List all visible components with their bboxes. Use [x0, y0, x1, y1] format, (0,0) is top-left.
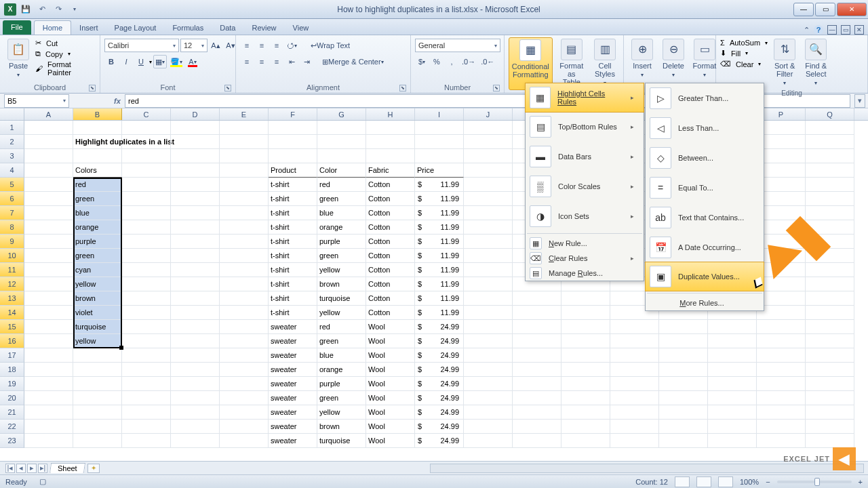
cell[interactable]: [171, 135, 220, 149]
cell[interactable]: [464, 334, 513, 348]
tab-data[interactable]: Data: [212, 21, 243, 35]
align-bottom-icon[interactable]: ≡: [270, 39, 283, 52]
cell[interactable]: [122, 291, 171, 306]
cell[interactable]: [708, 420, 757, 434]
cell[interactable]: Cotton: [366, 263, 415, 277]
column-header-Q[interactable]: Q: [806, 108, 854, 120]
sheet-tab[interactable]: Sheet: [50, 463, 85, 473]
cell[interactable]: [24, 277, 73, 291]
cell[interactable]: [513, 334, 561, 348]
cell[interactable]: [464, 291, 513, 306]
cell[interactable]: Cotton: [366, 220, 415, 235]
doc-restore-button[interactable]: ▭: [841, 25, 850, 35]
cell[interactable]: Wool: [366, 363, 415, 377]
cell[interactable]: 11.99: [415, 263, 464, 277]
menu-item[interactable]: ◇Between...: [646, 143, 764, 173]
cell[interactable]: [513, 306, 561, 320]
cell[interactable]: [220, 249, 269, 263]
cell[interactable]: [708, 377, 757, 391]
cell[interactable]: green: [73, 192, 122, 206]
cell[interactable]: Wool: [366, 334, 415, 348]
clipboard-launcher[interactable]: ⬊: [89, 85, 96, 92]
cell[interactable]: sweater: [269, 420, 317, 434]
fx-icon[interactable]: fx: [110, 97, 125, 105]
cell[interactable]: [220, 235, 269, 249]
cell[interactable]: [73, 149, 122, 163]
cell[interactable]: [24, 405, 73, 420]
cell[interactable]: 24.99: [415, 405, 464, 420]
cell[interactable]: turquoise: [317, 291, 366, 306]
cell[interactable]: [659, 420, 708, 434]
tab-review[interactable]: Review: [243, 21, 284, 35]
cell[interactable]: [757, 334, 806, 348]
cell[interactable]: [171, 391, 220, 405]
cell[interactable]: [220, 391, 269, 405]
cell[interactable]: [122, 348, 171, 363]
cell[interactable]: [171, 405, 220, 420]
cell[interactable]: t-shirt: [269, 178, 317, 192]
cell[interactable]: [464, 420, 513, 434]
align-top-icon[interactable]: ≡: [240, 39, 254, 52]
align-middle-icon[interactable]: ≡: [255, 39, 269, 52]
macro-record-icon[interactable]: ▢: [39, 477, 46, 486]
cell[interactable]: [171, 235, 220, 249]
view-layout-button[interactable]: [696, 476, 711, 487]
cell[interactable]: [122, 192, 171, 206]
cell[interactable]: [220, 277, 269, 291]
menu-clear-rules[interactable]: ⌫Clear Rules▸: [526, 251, 644, 266]
cell[interactable]: [659, 405, 708, 420]
cell[interactable]: [220, 263, 269, 277]
comma-icon[interactable]: ,: [445, 55, 458, 68]
cell[interactable]: 11.99: [415, 249, 464, 263]
cell[interactable]: 24.99: [415, 434, 464, 448]
cell[interactable]: [122, 434, 171, 448]
cell[interactable]: Cotton: [366, 178, 415, 192]
cell[interactable]: [610, 405, 659, 420]
cell[interactable]: [171, 320, 220, 334]
cell[interactable]: [610, 334, 659, 348]
zoom-level[interactable]: 100%: [740, 478, 759, 486]
cell[interactable]: [806, 235, 854, 249]
cell[interactable]: [464, 320, 513, 334]
column-header-D[interactable]: D: [171, 108, 220, 120]
row-header[interactable]: 3: [0, 149, 24, 163]
cell[interactable]: [220, 320, 269, 334]
cell[interactable]: [757, 377, 806, 391]
font-launcher[interactable]: ⬊: [224, 85, 231, 92]
cell[interactable]: [24, 391, 73, 405]
save-icon[interactable]: 💾: [19, 3, 33, 16]
cell[interactable]: [122, 320, 171, 334]
cell[interactable]: yellow: [73, 277, 122, 291]
bold-button[interactable]: B: [104, 55, 118, 68]
undo-icon[interactable]: ↶: [35, 3, 49, 16]
cell[interactable]: [806, 320, 854, 334]
cell[interactable]: [73, 391, 122, 405]
row-header[interactable]: 11: [0, 263, 24, 277]
cell[interactable]: [171, 249, 220, 263]
font-size-combo[interactable]: 12▾: [180, 39, 208, 52]
cell[interactable]: [171, 149, 220, 163]
cell[interactable]: yellow: [317, 306, 366, 320]
cell[interactable]: blue: [317, 348, 366, 363]
cell[interactable]: 24.99: [415, 348, 464, 363]
cell[interactable]: [513, 348, 561, 363]
cell[interactable]: [561, 434, 610, 448]
cell[interactable]: [757, 434, 806, 448]
cell[interactable]: Colors: [73, 163, 122, 178]
row-header[interactable]: 2: [0, 135, 24, 149]
wrap-text-button[interactable]: ↩ Wrap Text: [309, 39, 352, 52]
cell[interactable]: [464, 249, 513, 263]
cell[interactable]: [171, 420, 220, 434]
cell[interactable]: [806, 334, 854, 348]
cell[interactable]: [220, 149, 269, 163]
tab-file[interactable]: File: [3, 20, 31, 35]
cell[interactable]: [513, 391, 561, 405]
cell[interactable]: [806, 220, 854, 235]
cell[interactable]: t-shirt: [269, 277, 317, 291]
cell[interactable]: brown: [317, 420, 366, 434]
find-select-button[interactable]: 🔍Find & Select▾: [802, 37, 830, 89]
row-header[interactable]: 23: [0, 434, 24, 448]
cell[interactable]: Highlight duplicates in a list: [73, 135, 122, 149]
cell[interactable]: [806, 363, 854, 377]
help-icon[interactable]: ?: [814, 25, 823, 35]
